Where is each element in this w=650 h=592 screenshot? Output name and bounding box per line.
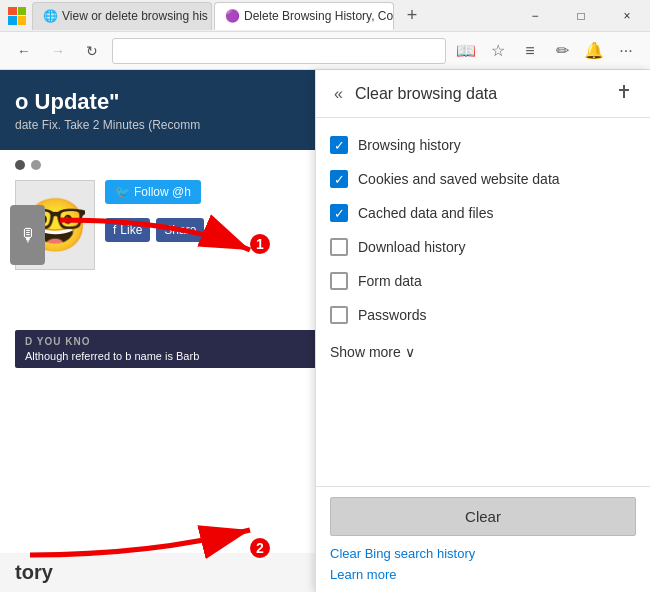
panel-links: Clear Bing search history Learn more [330,546,636,582]
windows-logo [8,7,26,25]
panel-body: ✓ Browsing history ✓ Cookies and saved w… [316,118,650,486]
tab-2-label: Delete Browsing History, Co [244,9,393,23]
title-bar: 🌐 View or delete browsing his 🟣 Delete B… [0,0,650,32]
panel-footer: Clear Clear Bing search history Learn mo… [316,486,650,592]
forward-button[interactable]: → [44,37,72,65]
checkbox-cached[interactable]: ✓ Cached data and files [330,196,636,230]
checkbox-download-history-box[interactable] [330,238,348,256]
checkbox-form-data[interactable]: Form data [330,264,636,298]
fb-icon: f [113,223,116,237]
checkbox-passwords[interactable]: Passwords [330,298,636,332]
dot-1 [15,160,25,170]
tab-1[interactable]: 🌐 View or delete browsing his [32,2,212,30]
svg-rect-4 [623,91,625,98]
tab-1-label: View or delete browsing his [62,9,208,23]
share-button[interactable]: Share [156,218,204,242]
address-bar: ← → ↻ 📖 ☆ ≡ ✏ 🔔 ··· [0,32,650,70]
back-button[interactable]: ← [10,37,38,65]
checkbox-browsing-history-box[interactable]: ✓ [330,136,348,154]
checkbox-download-history[interactable]: Download history [330,230,636,264]
dot-2 [31,160,41,170]
checkbox-browsing-history-label: Browsing history [358,137,461,153]
checkbox-passwords-box[interactable] [330,306,348,324]
checkbox-cookies-label: Cookies and saved website data [358,171,560,187]
checkbox-browsing-history[interactable]: ✓ Browsing history [330,128,636,162]
like-button[interactable]: f Like [105,218,150,242]
clear-bing-search-link[interactable]: Clear Bing search history [330,546,636,561]
panel-header: « Clear browsing data [316,70,650,118]
mic-icon: 🎙 [19,225,37,246]
show-more-button[interactable]: Show more ∨ [330,336,636,368]
follow-label: Follow @h [134,185,191,199]
clear-browsing-data-panel: « Clear browsing data ✓ Browsing history [315,70,650,592]
more-icon[interactable]: ··· [612,37,640,65]
refresh-button[interactable]: ↻ [78,37,106,65]
close-button[interactable]: × [604,0,650,32]
share-label: Share [164,223,196,237]
minimize-button[interactable]: − [512,0,558,32]
checkbox-cookies[interactable]: ✓ Cookies and saved website data [330,162,636,196]
web-note-icon[interactable]: ✏ [548,37,576,65]
follow-button[interactable]: 🐦 Follow @h [105,180,201,204]
checkmark-cached: ✓ [334,207,345,220]
checkbox-passwords-label: Passwords [358,307,426,323]
tab-2[interactable]: 🟣 Delete Browsing History, Co [214,2,394,30]
page-subtitle: date Fix. Take 2 Minutes (Recomm [15,118,200,132]
show-more-chevron-icon: ∨ [405,344,415,360]
window-controls: − □ × [512,0,650,32]
hub-icon[interactable]: ≡ [516,37,544,65]
clear-button[interactable]: Clear [330,497,636,536]
tab-bar: 🌐 View or delete browsing his 🟣 Delete B… [32,0,426,31]
pin-icon [616,84,632,100]
learn-more-link[interactable]: Learn more [330,567,636,582]
checkmark-browsing-history: ✓ [334,139,345,152]
content-area: o Update" date Fix. Take 2 Minutes (Reco… [0,70,650,592]
step-badge-1: 1 [248,232,272,256]
toolbar-icons: 📖 ☆ ≡ ✏ 🔔 ··· [452,37,640,65]
checkbox-download-history-label: Download history [358,239,465,255]
favorites-icon[interactable]: ☆ [484,37,512,65]
microphone-area: 🎙 [10,205,45,265]
page-title: o Update" [15,89,200,115]
tab-2-favicon: 🟣 [225,9,239,23]
maximize-button[interactable]: □ [558,0,604,32]
like-label: Like [120,223,142,237]
checkbox-cached-label: Cached data and files [358,205,493,221]
checkbox-form-data-label: Form data [358,273,422,289]
add-tab-button[interactable]: + [398,2,426,30]
checkmark-cookies: ✓ [334,173,345,186]
checkbox-cached-box[interactable]: ✓ [330,204,348,222]
twitter-icon: 🐦 [115,185,130,199]
notifications-icon[interactable]: 🔔 [580,37,608,65]
tab-1-favicon: 🌐 [43,9,57,23]
panel-back-button[interactable]: « [330,83,347,105]
show-more-label: Show more [330,344,401,360]
panel-pin-button[interactable] [612,82,636,105]
step-badge-2: 2 [248,536,272,560]
svg-rect-3 [619,89,629,91]
checkbox-form-data-box[interactable] [330,272,348,290]
panel-title: Clear browsing data [355,85,604,103]
address-input[interactable] [112,38,446,64]
checkbox-cookies-box[interactable]: ✓ [330,170,348,188]
reading-view-icon[interactable]: 📖 [452,37,480,65]
